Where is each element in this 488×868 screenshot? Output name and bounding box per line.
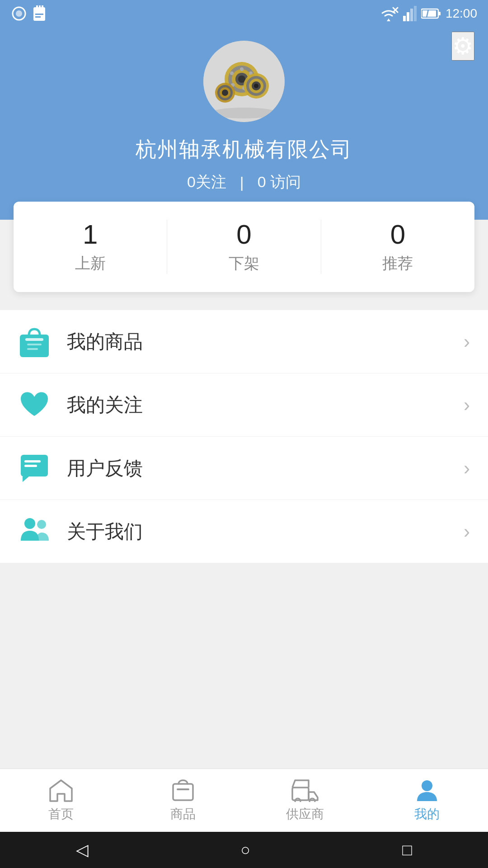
svg-rect-7 (35, 16, 41, 18)
menu-item-my-follows[interactable]: 我的关注 › (0, 373, 488, 437)
feedback-icon (18, 452, 51, 485)
avatar-image (203, 41, 285, 122)
stat-new-value: 1 (83, 220, 98, 250)
chevron-about-us: › (464, 521, 470, 542)
svg-rect-16 (422, 10, 436, 17)
follow-count: 0关注 (187, 172, 226, 193)
svg-rect-6 (35, 14, 43, 15)
back-button[interactable]: ◁ (76, 840, 89, 859)
svg-point-48 (37, 520, 46, 529)
bottom-nav: 首页 商品 供应商 我的 (0, 769, 488, 832)
nav-label-home: 首页 (48, 806, 74, 823)
signal-icon (403, 6, 417, 21)
follow-divider: | (240, 174, 244, 191)
recents-button[interactable]: □ (402, 840, 412, 859)
status-time: 12:00 (446, 6, 477, 21)
menu-list: 我的商品 › 我的关注 › 用户反馈 › 关于我们 › (0, 310, 488, 563)
status-icon-1 (11, 5, 27, 22)
svg-rect-10 (403, 16, 406, 21)
stat-new: 1 上新 (14, 220, 167, 274)
heart-icon (18, 389, 51, 421)
stat-offline: 0 下架 (167, 220, 321, 274)
svg-point-30 (230, 71, 234, 75)
nav-label-suppliers: 供应商 (286, 806, 324, 823)
stat-offline-value: 0 (236, 220, 251, 250)
svg-rect-4 (39, 5, 41, 10)
products-icon (171, 778, 195, 802)
settings-button[interactable]: ⚙ (451, 32, 474, 61)
battery-icon (421, 7, 441, 20)
svg-rect-42 (27, 344, 42, 345)
home-icon (48, 778, 74, 802)
chevron-feedback: › (464, 458, 470, 479)
svg-rect-43 (27, 348, 38, 350)
wifi-icon (379, 6, 399, 21)
menu-label-feedback: 用户反馈 (67, 456, 464, 481)
stat-recommend-label: 推荐 (382, 253, 413, 274)
svg-point-25 (240, 67, 244, 71)
stat-recommend-value: 0 (390, 220, 405, 250)
follow-info: 0关注 | 0 访问 (187, 172, 301, 193)
status-left-icons (11, 5, 46, 22)
stats-card: 1 上新 0 下架 0 推荐 (14, 202, 474, 292)
nav-item-home[interactable]: 首页 (0, 769, 122, 832)
stat-new-label: 上新 (75, 253, 106, 274)
svg-rect-15 (438, 12, 441, 15)
company-name: 杭州轴承机械有限公司 (136, 136, 352, 164)
nav-label-mine: 我的 (414, 806, 440, 823)
svg-rect-40 (20, 335, 49, 357)
svg-point-35 (254, 84, 258, 88)
suppliers-icon (291, 778, 319, 802)
menu-label-my-follows: 我的关注 (67, 392, 464, 418)
system-nav-bar: ◁ ○ □ (0, 832, 488, 868)
menu-item-feedback[interactable]: 用户反馈 › (0, 437, 488, 500)
svg-rect-45 (24, 460, 41, 462)
status-icon-2 (33, 5, 46, 22)
profile-header: ⚙ (0, 27, 488, 220)
svg-rect-12 (410, 9, 413, 21)
nav-label-products: 商品 (170, 806, 196, 823)
svg-point-39 (222, 90, 228, 96)
about-icon (18, 515, 51, 548)
svg-rect-41 (25, 338, 43, 341)
status-bar: 12:00 (0, 0, 488, 27)
avatar[interactable] (203, 41, 285, 122)
svg-point-19 (210, 108, 278, 118)
shopping-bag-icon (18, 326, 51, 358)
visit-count: 0 访问 (258, 172, 301, 193)
stat-offline-label: 下架 (229, 253, 259, 274)
mine-icon (415, 778, 439, 802)
stat-recommend: 0 推荐 (321, 220, 474, 274)
svg-point-24 (238, 75, 245, 83)
menu-item-my-products[interactable]: 我的商品 › (0, 310, 488, 373)
svg-rect-51 (292, 788, 309, 800)
svg-rect-46 (24, 465, 37, 467)
chevron-my-products: › (464, 331, 470, 353)
nav-item-suppliers[interactable]: 供应商 (244, 769, 366, 832)
chevron-my-follows: › (464, 394, 470, 416)
svg-rect-49 (173, 784, 193, 800)
svg-point-1 (16, 10, 22, 17)
svg-rect-50 (177, 788, 189, 790)
svg-rect-3 (36, 5, 38, 10)
svg-rect-11 (407, 12, 409, 21)
nav-item-mine[interactable]: 我的 (366, 769, 488, 832)
svg-rect-5 (42, 5, 43, 10)
menu-label-about-us: 关于我们 (67, 519, 464, 544)
svg-rect-13 (414, 6, 417, 21)
nav-item-products[interactable]: 商品 (122, 769, 244, 832)
menu-label-my-products: 我的商品 (67, 329, 464, 354)
home-button[interactable]: ○ (240, 840, 250, 859)
menu-item-about-us[interactable]: 关于我们 › (0, 500, 488, 563)
status-right-icons: 12:00 (379, 6, 477, 21)
svg-point-54 (422, 780, 432, 791)
svg-point-47 (24, 518, 35, 529)
